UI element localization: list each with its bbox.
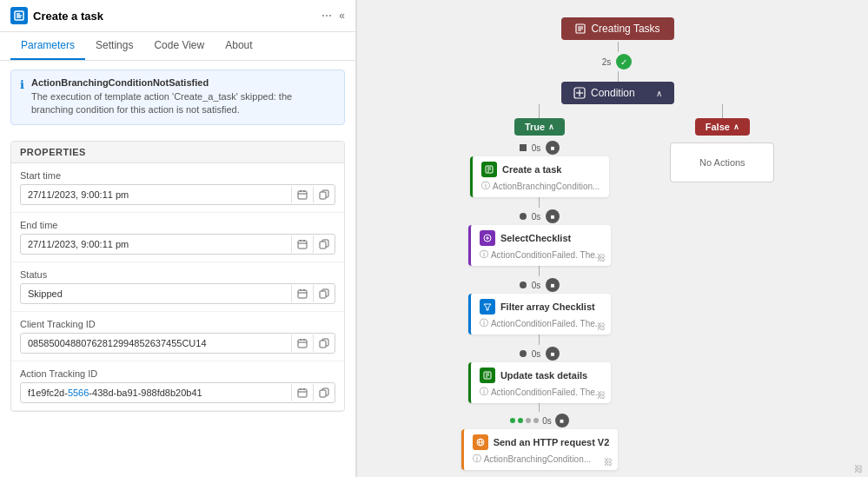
sc-header: SelectChecklist: [480, 230, 602, 246]
more-icon[interactable]: ⋯: [321, 10, 332, 22]
timing-dot-3: [520, 282, 527, 288]
no-actions-box: No Actions: [670, 142, 774, 182]
sc-line1: [539, 197, 540, 208]
select-checklist-node[interactable]: SelectChecklist ⓘ ActionConditionFailed.…: [468, 225, 611, 266]
alert-icon: ℹ: [20, 78, 24, 117]
link-icon-3: ⛓: [597, 321, 606, 331]
false-branch: False ∧ No Actions: [670, 104, 774, 182]
end-time-calendar-btn[interactable]: [292, 235, 313, 253]
branches-row: True ∧ 0s ■: [461, 104, 775, 470]
client-tracking-copy-btn[interactable]: [313, 335, 335, 352]
true-label: True: [525, 122, 545, 132]
alert-content: ActionBranchingConditionNotSatisfied The…: [31, 77, 335, 117]
tab-parameters[interactable]: Parameters: [10, 32, 85, 60]
end-time-input: 27/11/2023, 9:00:11 pm: [20, 234, 335, 255]
dot-green: [510, 418, 515, 423]
ut-icon: [480, 368, 495, 383]
sc-icon: [480, 230, 495, 246]
svg-rect-22: [298, 340, 307, 348]
sc-subtitle: ⓘ ActionConditionFailed. The...: [480, 248, 602, 261]
timing-2s: 2s: [602, 57, 612, 67]
svg-rect-16: [298, 290, 307, 298]
send-http-wrapper: 0s ■ Send an HTTP request V2 ⓘ: [461, 403, 619, 470]
flow-canvas[interactable]: Creating Tasks 2s ✓ Condition ∧: [357, 0, 868, 477]
alert-box: ℹ ActionBranchingConditionNotSatisfied T…: [10, 70, 345, 125]
action-tracking-icon-btn1[interactable]: [292, 384, 313, 401]
end-time-label: End time: [20, 220, 335, 230]
status-icon-btn1[interactable]: [292, 285, 313, 302]
top-connector: 2s ✓: [602, 42, 634, 82]
tab-code-view[interactable]: Code View: [143, 32, 215, 60]
sh-icon: [473, 434, 488, 450]
end-time-value: 27/11/2023, 9:00:11 pm: [21, 235, 291, 254]
collapse-icon[interactable]: «: [339, 10, 345, 22]
end-time-icons: [291, 235, 335, 253]
status-copy-btn[interactable]: [313, 285, 335, 302]
tabs-bar: Parameters Settings Code View About: [0, 32, 355, 61]
timing-0s-4: 0s ■: [520, 347, 560, 361]
ut-header: Update task details: [480, 368, 602, 383]
status-field: Status Skipped: [11, 262, 344, 312]
status-value: Skipped: [21, 284, 291, 303]
link-icon-2: ⛓: [597, 253, 606, 262]
stop-btn-2: ■: [546, 209, 560, 223]
info-icon-1: ⓘ: [481, 180, 490, 192]
true-chevron: ∧: [548, 123, 554, 131]
fa-icon: [480, 299, 495, 315]
connector-line-2: [618, 71, 619, 82]
false-branch-header[interactable]: False ∧: [695, 118, 750, 136]
ut-subtitle: ⓘ ActionConditionFailed. The...: [480, 386, 602, 398]
sh-line1: [539, 403, 540, 412]
end-time-copy-btn[interactable]: [313, 235, 335, 253]
action-tracking-icons: [291, 384, 335, 401]
panel-title: Create a task: [10, 7, 103, 24]
link-icon-4: ⛓: [597, 390, 606, 400]
tab-settings[interactable]: Settings: [85, 32, 143, 60]
status-icons: [291, 285, 335, 302]
start-time-copy-btn[interactable]: [313, 186, 335, 203]
panel-title-text: Create a task: [33, 10, 103, 23]
update-task-node[interactable]: Update task details ⓘ ActionConditionFai…: [468, 362, 611, 403]
client-tracking-icon-btn1[interactable]: [292, 335, 313, 352]
condition-inner: Condition: [573, 87, 635, 99]
sh-header: Send an HTTP request V2: [473, 434, 610, 450]
stop-btn-3: ■: [546, 278, 560, 292]
sc-subtitle-text: ActionConditionFailed. The...: [491, 250, 602, 260]
action-tracking-copy-btn[interactable]: [313, 384, 335, 401]
info-icon-4: ⓘ: [480, 386, 488, 398]
alert-title: ActionBranchingConditionNotSatisfied: [31, 77, 335, 88]
end-time-field: End time 27/11/2023, 9:00:11 pm: [11, 213, 344, 262]
timing-dot-2: [520, 213, 527, 220]
fa-title: Filter array Checklist: [500, 301, 595, 312]
start-time-calendar-btn[interactable]: [292, 186, 313, 203]
create-task-node[interactable]: Create a task ⓘ ActionBranchingCondition…: [470, 156, 609, 197]
create-task-header: Create a task: [481, 162, 600, 177]
create-task-icon: [481, 162, 497, 177]
flow-content: Creating Tasks 2s ✓ Condition ∧: [357, 0, 868, 477]
properties-section: PROPERTIES Start time 27/11/2023, 9:00:1…: [10, 141, 345, 412]
svg-rect-28: [298, 389, 307, 397]
create-task-title: Create a task: [502, 164, 562, 175]
svg-rect-21: [320, 291, 326, 298]
stop-btn-4: ■: [546, 347, 560, 361]
true-branch-header[interactable]: True ∧: [514, 118, 565, 136]
creating-tasks-node[interactable]: Creating Tasks: [561, 17, 673, 40]
dot-green2: [518, 418, 523, 423]
panel-actions[interactable]: ⋯ «: [321, 10, 345, 22]
send-http-node[interactable]: Send an HTTP request V2 ⓘ ActionBranchin…: [461, 429, 619, 470]
condition-chevron[interactable]: ∧: [656, 89, 662, 98]
filter-array-wrapper: 0s ■ Filter array Checklist ⓘ: [468, 266, 611, 335]
tab-about[interactable]: About: [215, 32, 262, 60]
create-task-subtitle-text: ActionBranchingCondition...: [493, 182, 600, 191]
condition-node[interactable]: Condition ∧: [561, 82, 674, 104]
false-chevron: ∧: [733, 123, 739, 131]
sh-title: Send an HTTP request V2: [494, 437, 610, 447]
client-tracking-input: 08585004880762812994852637455CU14: [20, 333, 335, 354]
stop-btn-5: ■: [555, 414, 569, 427]
sh-subtitle-text: ActionBranchingCondition...: [484, 454, 591, 464]
fa-subtitle: ⓘ ActionConditionFailed. The...: [480, 317, 602, 329]
filter-array-node[interactable]: Filter array Checklist ⓘ ActionCondition…: [468, 294, 611, 335]
timing-label-1: 0s: [532, 143, 541, 153]
action-tracking-input: f1e9fc2d-5566-438d-ba91-988fd8b20b41: [20, 382, 335, 403]
timing-0s-1: 0s ■: [520, 141, 560, 155]
